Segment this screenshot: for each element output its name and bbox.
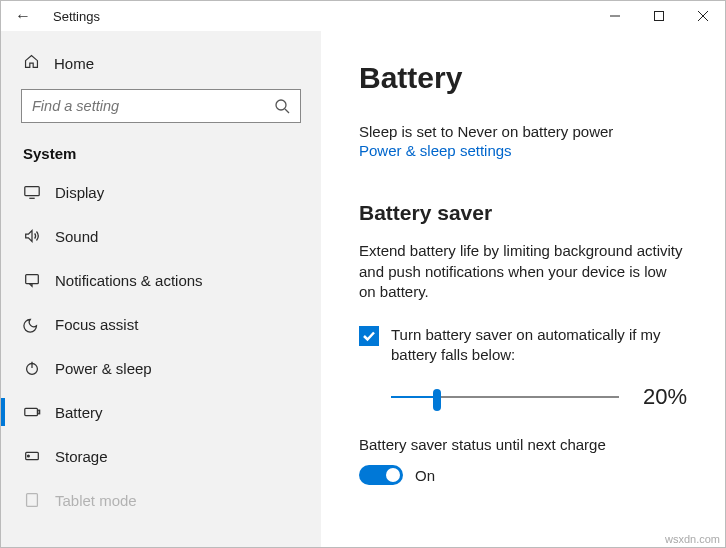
- content-pane: Battery Sleep is set to Never on battery…: [321, 31, 725, 547]
- auto-saver-row: Turn battery saver on automatically if m…: [359, 325, 687, 364]
- threshold-slider[interactable]: [391, 387, 619, 407]
- search-icon: [274, 98, 290, 114]
- storage-icon: [23, 447, 41, 465]
- svg-rect-11: [25, 408, 38, 415]
- back-arrow-icon: ←: [15, 7, 31, 24]
- nav-item-label: Storage: [55, 448, 108, 465]
- close-icon: [698, 11, 708, 21]
- svg-line-5: [285, 109, 289, 113]
- nav-item-label: Sound: [55, 228, 98, 245]
- nav-list: Display Sound Notifications & actions Fo…: [1, 170, 321, 522]
- sound-icon: [23, 227, 41, 245]
- auto-saver-label: Turn battery saver on automatically if m…: [391, 325, 687, 364]
- nav-item-label: Power & sleep: [55, 360, 152, 377]
- nav-item-power-sleep[interactable]: Power & sleep: [1, 346, 321, 390]
- tablet-icon: [23, 491, 41, 509]
- search-input[interactable]: [32, 98, 274, 114]
- home-label: Home: [54, 55, 94, 72]
- search-box[interactable]: [21, 89, 301, 123]
- home-button[interactable]: Home: [21, 45, 301, 89]
- close-button[interactable]: [681, 1, 725, 31]
- display-icon: [23, 183, 41, 201]
- nav-item-label: Notifications & actions: [55, 272, 203, 289]
- maximize-icon: [654, 11, 664, 21]
- svg-rect-12: [38, 410, 40, 414]
- status-toggle[interactable]: [359, 465, 403, 485]
- svg-rect-8: [26, 275, 39, 284]
- focus-assist-icon: [23, 315, 41, 333]
- threshold-value: 20%: [637, 384, 687, 410]
- nav-item-tablet-mode[interactable]: Tablet mode: [1, 478, 321, 522]
- status-label: Battery saver status until next charge: [359, 436, 687, 453]
- nav-item-display[interactable]: Display: [1, 170, 321, 214]
- power-icon: [23, 359, 41, 377]
- nav-item-battery[interactable]: Battery: [1, 390, 321, 434]
- svg-rect-6: [25, 187, 39, 196]
- slider-thumb[interactable]: [433, 389, 441, 411]
- power-sleep-settings-link[interactable]: Power & sleep settings: [359, 142, 687, 159]
- status-toggle-row: On: [359, 465, 687, 485]
- nav-item-label: Tablet mode: [55, 492, 137, 509]
- settings-window: ← Settings Home: [0, 0, 726, 548]
- sleep-info-text: Sleep is set to Never on battery power: [359, 123, 687, 140]
- checkmark-icon: [362, 330, 376, 342]
- nav-item-notifications[interactable]: Notifications & actions: [1, 258, 321, 302]
- section-label: System: [21, 141, 301, 170]
- maximize-button[interactable]: [637, 1, 681, 31]
- nav-item-label: Display: [55, 184, 104, 201]
- notifications-icon: [23, 271, 41, 289]
- sidebar: Home System Display Sound: [1, 31, 321, 547]
- home-icon: [23, 53, 40, 73]
- minimize-icon: [610, 11, 620, 21]
- battery-saver-description: Extend battery life by limiting backgrou…: [359, 241, 687, 303]
- nav-item-focus-assist[interactable]: Focus assist: [1, 302, 321, 346]
- svg-rect-1: [655, 12, 664, 21]
- nav-item-label: Battery: [55, 404, 103, 421]
- battery-saver-heading: Battery saver: [359, 201, 687, 225]
- nav-item-sound[interactable]: Sound: [1, 214, 321, 258]
- nav-item-storage[interactable]: Storage: [1, 434, 321, 478]
- svg-rect-15: [27, 494, 38, 507]
- battery-icon: [23, 403, 41, 421]
- slider-fill: [391, 396, 437, 398]
- auto-saver-checkbox[interactable]: [359, 326, 379, 346]
- svg-point-4: [276, 100, 286, 110]
- status-toggle-state: On: [415, 467, 435, 484]
- page-title: Battery: [359, 61, 687, 95]
- titlebar: ← Settings: [1, 1, 725, 31]
- window-title: Settings: [45, 9, 100, 24]
- nav-item-label: Focus assist: [55, 316, 138, 333]
- toggle-knob: [386, 468, 400, 482]
- svg-point-14: [28, 455, 30, 457]
- minimize-button[interactable]: [593, 1, 637, 31]
- threshold-row: 20%: [359, 384, 687, 410]
- back-button[interactable]: ←: [1, 1, 45, 31]
- watermark: wsxdn.com: [665, 533, 720, 545]
